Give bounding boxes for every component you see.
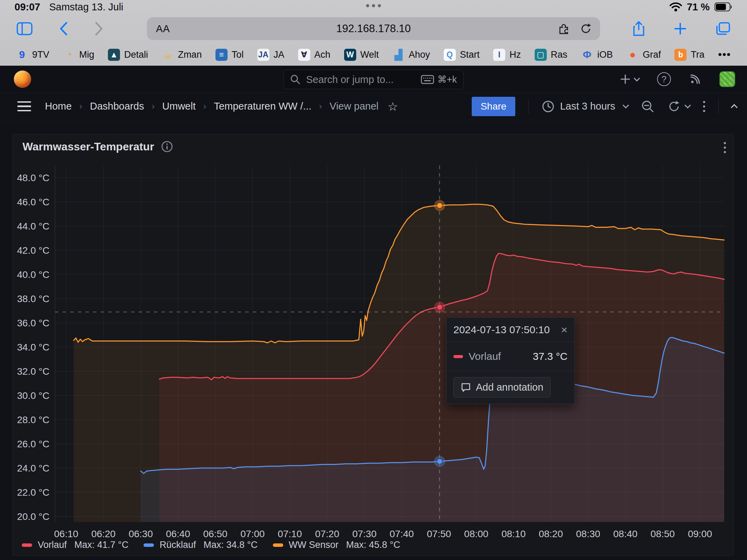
svg-text:22.0 °C: 22.0 °C bbox=[17, 487, 49, 498]
back-icon[interactable] bbox=[59, 22, 68, 36]
svg-text:24.0 °C: 24.0 °C bbox=[17, 463, 49, 474]
svg-text:08:10: 08:10 bbox=[501, 529, 526, 539]
bookmark-favicon: ● bbox=[626, 49, 638, 61]
chevron-down-icon bbox=[622, 102, 629, 108]
bookmarks-overflow[interactable]: ••• bbox=[718, 49, 731, 60]
time-range-picker[interactable]: Last 3 hours bbox=[542, 100, 628, 113]
help-icon[interactable]: ? bbox=[657, 72, 671, 86]
bookmark-favicon: ▢ bbox=[535, 49, 547, 61]
favorite-star-icon[interactable]: ☆ bbox=[387, 100, 398, 113]
legend-item[interactable]: RücklaufMax: 34.8 °C bbox=[144, 540, 257, 550]
svg-text:06:20: 06:20 bbox=[91, 529, 116, 539]
chart-tooltip: 2024-07-13 07:50:10 × Vorlauf 37.3 °C Ad… bbox=[446, 317, 575, 404]
svg-text:32.0 °C: 32.0 °C bbox=[17, 366, 49, 377]
svg-text:40.0 °C: 40.0 °C bbox=[17, 269, 49, 280]
panel-header[interactable]: Warmwasser-Temperatur bbox=[13, 134, 734, 159]
legend-item[interactable]: WW SensorMax: 45.8 °C bbox=[273, 540, 400, 550]
bookmark-item[interactable]: 99TV bbox=[16, 49, 49, 61]
tooltip-series-swatch bbox=[453, 355, 463, 358]
legend-swatch bbox=[144, 543, 154, 547]
collapse-toolbar-icon[interactable] bbox=[731, 104, 738, 111]
bookmark-item[interactable]: ≡Tol bbox=[215, 49, 244, 61]
bookmark-item[interactable]: ▢Ras bbox=[535, 49, 568, 61]
news-icon[interactable] bbox=[689, 73, 701, 85]
bookmark-favicon: I bbox=[493, 49, 505, 61]
svg-text:09:00: 09:00 bbox=[688, 529, 712, 539]
bookmark-item[interactable]: ΦiOB bbox=[581, 49, 613, 61]
svg-text:08:40: 08:40 bbox=[613, 529, 637, 539]
bookmark-item[interactable]: WWelt bbox=[344, 49, 379, 61]
clock-date: Samstag 13. Juli bbox=[49, 1, 123, 13]
chevron-down-icon bbox=[684, 102, 691, 108]
sidebar-toggle-icon[interactable] bbox=[17, 22, 33, 35]
bookmark-favicon: b bbox=[674, 49, 686, 61]
bookmark-favicon: ≡ bbox=[215, 49, 228, 61]
tooltip-timestamp: 2024-07-13 07:50:10 bbox=[453, 324, 550, 336]
panel-menu-icon[interactable] bbox=[724, 142, 726, 153]
info-icon[interactable] bbox=[161, 141, 173, 152]
new-tab-icon[interactable] bbox=[674, 22, 687, 35]
avatar[interactable] bbox=[719, 71, 735, 87]
svg-text:44.0 °C: 44.0 °C bbox=[17, 221, 49, 232]
svg-text:07:10: 07:10 bbox=[278, 529, 302, 539]
reload-icon[interactable] bbox=[580, 23, 592, 35]
battery-icon bbox=[714, 2, 732, 11]
svg-text:07:00: 07:00 bbox=[240, 529, 265, 539]
search-box[interactable]: Search or jump to... ⌘+k bbox=[284, 70, 463, 89]
chart-canvas[interactable]: 20.0 °C22.0 °C24.0 °C26.0 °C28.0 °C30.0 … bbox=[13, 134, 734, 556]
safari-toolbar: AA 192.168.178.10 bbox=[0, 14, 747, 44]
svg-text:08:30: 08:30 bbox=[576, 529, 600, 539]
bookmark-item[interactable]: IHz bbox=[493, 49, 521, 61]
add-annotation-button[interactable]: Add annotation bbox=[453, 377, 551, 398]
wifi-icon bbox=[670, 2, 682, 12]
bookmark-item[interactable]: ▲Detali bbox=[108, 49, 148, 61]
legend-swatch bbox=[273, 543, 283, 547]
bookmark-favicon: ▟ bbox=[393, 49, 405, 61]
bookmark-item[interactable]: ●Graf bbox=[626, 49, 661, 61]
multitask-handle[interactable] bbox=[366, 4, 381, 7]
close-icon[interactable]: × bbox=[561, 324, 568, 335]
legend-item[interactable]: VorlaufMax: 41.7 °C bbox=[22, 540, 128, 550]
grafana-logo[interactable] bbox=[14, 71, 31, 88]
share-icon[interactable] bbox=[633, 21, 645, 36]
svg-text:38.0 °C: 38.0 °C bbox=[17, 293, 49, 304]
extensions-icon[interactable] bbox=[558, 23, 570, 34]
bookmark-item[interactable]: ◔Mig bbox=[63, 49, 94, 61]
toolbar-kebab-icon[interactable] bbox=[703, 101, 705, 112]
svg-text:08:00: 08:00 bbox=[464, 529, 488, 539]
bookmark-favicon: W bbox=[344, 49, 356, 61]
bookmark-item[interactable]: ☕Zman bbox=[162, 49, 202, 61]
breadcrumb-dashboards[interactable]: Dashboards bbox=[90, 101, 144, 112]
breadcrumb-home[interactable]: Home bbox=[45, 101, 72, 112]
url-text[interactable]: 192.168.178.10 bbox=[147, 22, 600, 35]
bookmark-item[interactable]: ∀Ach bbox=[298, 49, 331, 61]
forward-icon[interactable] bbox=[95, 22, 103, 36]
grafana-topnav: Search or jump to... ⌘+k ? bbox=[0, 66, 747, 93]
svg-text:07:40: 07:40 bbox=[389, 529, 414, 539]
address-bar[interactable]: AA 192.168.178.10 bbox=[147, 17, 600, 40]
add-menu[interactable] bbox=[620, 74, 639, 84]
bookmark-item[interactable]: bTra bbox=[674, 49, 704, 61]
svg-text:48.0 °C: 48.0 °C bbox=[17, 172, 49, 183]
bookmark-favicon: 9 bbox=[16, 49, 28, 61]
search-shortcut: ⌘+k bbox=[437, 74, 457, 85]
share-button[interactable]: Share bbox=[472, 97, 516, 116]
bookmark-item[interactable]: JAJA bbox=[257, 49, 285, 61]
keyboard-icon bbox=[421, 75, 434, 84]
tabs-icon[interactable] bbox=[716, 22, 730, 36]
comment-icon bbox=[461, 382, 471, 393]
breadcrumb-current: View panel bbox=[330, 101, 378, 112]
breadcrumb-folder[interactable]: Umwelt bbox=[162, 101, 196, 112]
zoom-out-icon[interactable] bbox=[641, 100, 654, 113]
svg-text:20.0 °C: 20.0 °C bbox=[17, 511, 49, 522]
refresh-control[interactable] bbox=[667, 100, 690, 113]
bookmark-item[interactable]: ▟Ahoy bbox=[393, 49, 430, 61]
svg-text:34.0 °C: 34.0 °C bbox=[17, 342, 49, 353]
svg-text:06:30: 06:30 bbox=[129, 529, 153, 539]
bookmark-item[interactable]: QStart bbox=[444, 49, 480, 61]
bookmark-favicon: ▲ bbox=[108, 49, 120, 61]
breadcrumb-dashboard[interactable]: Temperaturen WW /... bbox=[214, 101, 311, 112]
svg-text:42.0 °C: 42.0 °C bbox=[17, 245, 49, 256]
menu-icon[interactable] bbox=[17, 101, 31, 112]
chevron-down-icon bbox=[634, 75, 640, 81]
